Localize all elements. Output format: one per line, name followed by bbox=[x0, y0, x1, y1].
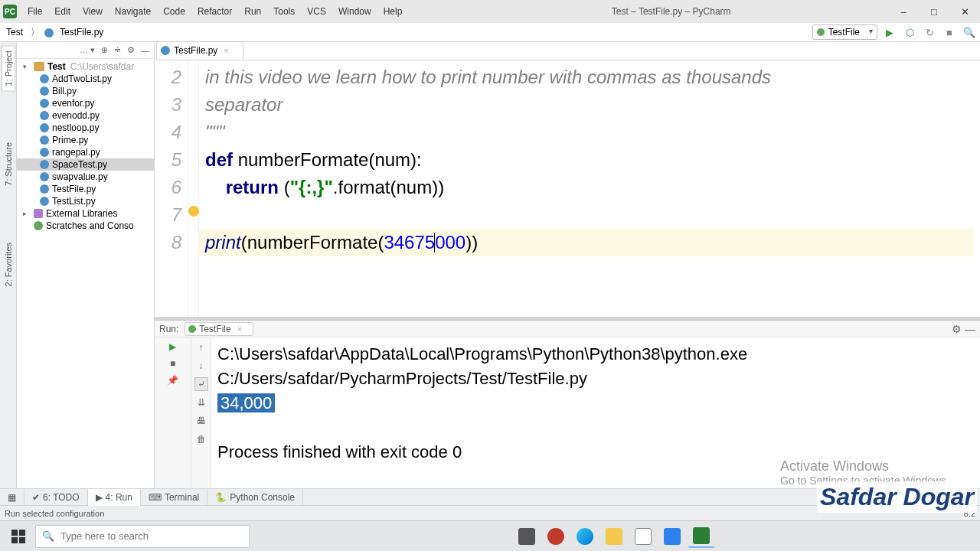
collapse-icon[interactable]: ≑ bbox=[114, 45, 121, 55]
search-icon: 🔍 bbox=[42, 530, 54, 542]
expand-arrow-icon[interactable]: ▾ bbox=[23, 63, 31, 70]
debug-button[interactable]: ⬡ bbox=[902, 24, 917, 40]
editor-tab-bar: TestFile.py × bbox=[155, 42, 980, 60]
tree-file[interactable]: TestList.py bbox=[17, 195, 154, 207]
terminal-tool-tab[interactable]: ⌨Terminal bbox=[141, 489, 207, 506]
menu-navigate[interactable]: Navigate bbox=[109, 6, 157, 17]
breadcrumb-root[interactable]: Test bbox=[3, 27, 26, 37]
window-minimize-button[interactable]: – bbox=[888, 0, 919, 23]
rerun-icon[interactable]: ▶ bbox=[167, 341, 179, 353]
expand-arrow-icon[interactable]: ▸ bbox=[23, 210, 31, 217]
editor-tab-label: TestFile.py bbox=[174, 45, 217, 56]
tree-file[interactable]: Bill.py bbox=[17, 85, 154, 97]
svg-rect-2 bbox=[11, 536, 18, 543]
run-config-selector[interactable]: TestFile bbox=[812, 24, 877, 40]
tree-file[interactable]: evenfor.py bbox=[17, 97, 154, 109]
tree-file-label: TestList.py bbox=[52, 196, 96, 207]
project-view-combo[interactable]: … ▾ bbox=[80, 45, 95, 55]
project-tool-tab[interactable]: 1: Project bbox=[2, 45, 15, 91]
start-button[interactable] bbox=[5, 525, 32, 548]
rerun-button[interactable]: ↻ bbox=[922, 24, 937, 40]
tree-file[interactable]: swapvalue.py bbox=[17, 171, 154, 183]
window-maximize-button[interactable]: □ bbox=[919, 0, 949, 23]
tree-file-selected[interactable]: SpaceTest.py bbox=[17, 158, 154, 171]
svg-rect-0 bbox=[11, 530, 18, 536]
stop-icon[interactable]: ■ bbox=[167, 357, 179, 370]
task-view-icon[interactable] bbox=[514, 525, 540, 548]
tree-root[interactable]: ▾ Test C:\Users\safdar bbox=[17, 60, 154, 73]
menu-window[interactable]: Window bbox=[332, 6, 377, 17]
tree-file-label: evenfor.py bbox=[52, 98, 94, 109]
taskbar-app-pycharm[interactable] bbox=[688, 525, 714, 548]
tree-file[interactable]: evenodd.py bbox=[17, 109, 154, 122]
taskbar-search[interactable]: 🔍 Type here to search bbox=[35, 525, 250, 548]
run-tab[interactable]: TestFile × bbox=[185, 322, 253, 336]
python-console-tool-tab[interactable]: 🐍Python Console bbox=[207, 489, 303, 506]
print-icon[interactable]: 🖶 bbox=[194, 414, 208, 428]
soft-wrap-icon[interactable]: ⤶ bbox=[194, 377, 208, 391]
taskbar-app-edge[interactable] bbox=[572, 525, 598, 548]
console-line: C:\Users\safdar\AppData\Local\Programs\P… bbox=[217, 342, 974, 367]
navigation-bar: Test 〉 TestFile.py TestFile ▶ ⬡ ↻ ■ 🔍 bbox=[0, 23, 980, 42]
tree-scratches-label: Scratches and Conso bbox=[46, 220, 134, 231]
run-tool-tab[interactable]: ▶4: Run bbox=[88, 489, 141, 506]
editor-tab[interactable]: TestFile.py × bbox=[156, 41, 243, 60]
favorites-tool-tab[interactable]: 2: Favorites bbox=[2, 237, 15, 292]
breadcrumb-file[interactable]: TestFile.py bbox=[57, 27, 106, 37]
run-button[interactable]: ▶ bbox=[882, 24, 897, 40]
code-token: "{:,}" bbox=[290, 177, 333, 197]
run-settings-gear-icon[interactable]: ⚙ — bbox=[952, 323, 975, 335]
python-file-icon bbox=[40, 111, 49, 120]
menu-refactor[interactable]: Refactor bbox=[191, 6, 238, 17]
taskbar-app-record[interactable] bbox=[543, 525, 569, 548]
tree-file[interactable]: nestloop.py bbox=[17, 122, 154, 134]
todo-tool-tab[interactable]: ✔6: TODO bbox=[24, 489, 88, 506]
tree-file[interactable]: Prime.py bbox=[17, 134, 154, 146]
settings-gear-icon[interactable]: ⚙ bbox=[127, 45, 135, 55]
menu-vcs[interactable]: VCS bbox=[301, 6, 332, 17]
code-line: in this video we learn how to print numb… bbox=[205, 67, 771, 87]
scroll-to-end-icon[interactable]: ⇊ bbox=[194, 396, 208, 409]
project-tree[interactable]: ▾ Test C:\Users\safdar AddTwoList.py Bil… bbox=[17, 59, 154, 488]
tree-external-libs[interactable]: ▸ External Libraries bbox=[17, 207, 154, 220]
menu-view[interactable]: View bbox=[77, 6, 109, 17]
python-file-icon bbox=[40, 99, 49, 108]
line-number-gutter: 2345678 bbox=[155, 60, 188, 317]
hide-panel-icon[interactable]: — bbox=[141, 46, 149, 55]
menu-file[interactable]: File bbox=[21, 6, 48, 17]
code-token: 34675 bbox=[384, 232, 435, 253]
menu-code[interactable]: Code bbox=[157, 6, 191, 17]
menu-run[interactable]: Run bbox=[238, 6, 267, 17]
tree-file[interactable]: AddTwoList.py bbox=[17, 73, 154, 85]
tree-scratches[interactable]: Scratches and Conso bbox=[17, 220, 154, 232]
tree-file[interactable]: TestFile.py bbox=[17, 183, 154, 195]
window-close-button[interactable]: ✕ bbox=[949, 0, 980, 23]
tool-window-button[interactable]: ▦ bbox=[0, 489, 24, 506]
breadcrumb: Test 〉 TestFile.py bbox=[3, 26, 109, 39]
menu-edit[interactable]: Edit bbox=[48, 6, 77, 17]
python-file-icon bbox=[40, 74, 49, 83]
taskbar-app-store[interactable] bbox=[630, 525, 656, 548]
pin-icon[interactable]: 📌 bbox=[167, 374, 179, 386]
tree-root-path: C:\Users\safdar bbox=[70, 61, 134, 72]
code-token: .format(num)) bbox=[333, 177, 444, 197]
taskbar-app-mail[interactable] bbox=[659, 525, 685, 548]
menu-tools[interactable]: Tools bbox=[267, 6, 301, 17]
trash-icon[interactable]: 🗑 bbox=[194, 432, 208, 446]
close-tab-icon[interactable]: × bbox=[224, 46, 228, 55]
close-run-tab-icon[interactable]: × bbox=[237, 324, 242, 334]
locate-icon[interactable]: ⊕ bbox=[101, 45, 108, 55]
taskbar-app-explorer[interactable] bbox=[601, 525, 627, 548]
code-editor[interactable]: 2345678 in this video we learn how to pr… bbox=[155, 60, 980, 317]
menu-help[interactable]: Help bbox=[377, 6, 409, 17]
search-everywhere-button[interactable]: 🔍 bbox=[962, 24, 977, 40]
tree-file-label: Prime.py bbox=[52, 135, 88, 145]
run-panel-title: Run: bbox=[159, 324, 178, 334]
intention-bulb-icon[interactable] bbox=[188, 206, 199, 217]
stop-button[interactable]: ■ bbox=[942, 24, 957, 40]
code-area[interactable]: in this video we learn how to print numb… bbox=[199, 60, 980, 317]
structure-tool-tab[interactable]: 7: Structure bbox=[2, 137, 15, 191]
up-icon[interactable]: ↑ bbox=[194, 341, 208, 354]
down-icon[interactable]: ↓ bbox=[194, 359, 208, 373]
tree-file[interactable]: rangepal.py bbox=[17, 146, 154, 158]
